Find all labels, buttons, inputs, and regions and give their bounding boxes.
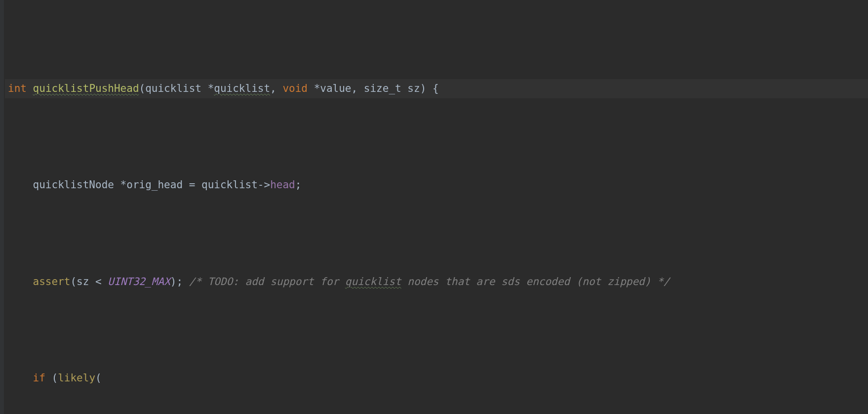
token-param: value	[320, 83, 351, 94]
token-keyword: if	[33, 372, 45, 384]
token-op: <	[95, 276, 102, 288]
token-paren: (	[70, 276, 77, 288]
token-paren: )	[170, 276, 177, 288]
token-type: quicklist	[145, 83, 201, 94]
token-star: *	[314, 83, 320, 94]
gutter	[0, 0, 4, 414]
code-area[interactable]: int quicklistPushHead(quicklist *quickli…	[0, 2, 868, 414]
token-paren: (	[52, 372, 58, 384]
comment-tail: nodes that are sds encoded (not zipped) …	[401, 276, 670, 288]
token-type: void	[282, 83, 308, 94]
token-comma: ,	[270, 83, 276, 94]
token-op: =	[189, 179, 196, 191]
token-type: size_t	[364, 83, 401, 94]
token-star: *	[208, 83, 214, 94]
comment-text: TODO: add support for	[208, 276, 345, 288]
token-semi: ;	[176, 276, 183, 288]
token-type: int	[8, 83, 27, 94]
token-param: quicklist	[214, 83, 270, 94]
code-line[interactable]: quicklistNode *orig_head = quicklist->he…	[5, 175, 868, 195]
code-line[interactable]: assert(sz < UINT32_MAX); /* TODO: add su…	[5, 272, 868, 291]
token-semi: ;	[295, 179, 302, 191]
code-line[interactable]: int quicklistPushHead(quicklist *quickli…	[5, 79, 868, 98]
code-editor[interactable]: int quicklistPushHead(quicklist *quickli…	[0, 0, 868, 414]
token-call: assert	[33, 276, 71, 288]
token-id: sz	[77, 276, 89, 288]
token-type: quicklistNode	[33, 179, 114, 191]
comment-open: /*	[189, 276, 208, 288]
token-paren: (	[139, 83, 146, 94]
token-brace: {	[433, 83, 439, 94]
token-id: quicklist	[201, 179, 258, 191]
token-comma: ,	[352, 83, 358, 94]
token-paren: )	[420, 83, 427, 94]
token-arrow: ->	[258, 179, 270, 191]
comment-wavy: quicklist	[345, 276, 401, 288]
token-function-decl: quicklistPushHead	[33, 83, 139, 94]
token-comment: /* TODO: add support for quicklist nodes…	[189, 276, 670, 288]
code-line[interactable]: if (likely(	[5, 369, 868, 388]
token-call: likely	[58, 372, 95, 384]
token-param: sz	[407, 83, 420, 94]
token-var: orig_head	[126, 179, 183, 191]
token-const: UINT32_MAX	[108, 276, 170, 288]
token-paren: (	[95, 372, 102, 384]
token-star: *	[120, 179, 127, 191]
token-field: head	[270, 179, 295, 191]
